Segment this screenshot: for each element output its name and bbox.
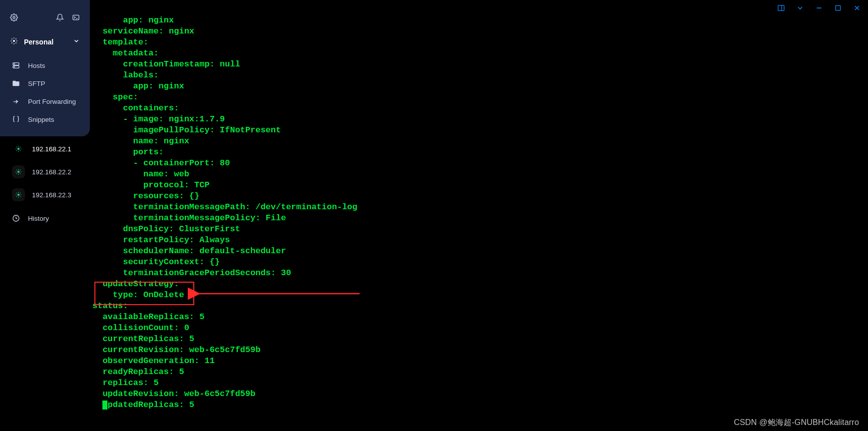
svg-point-2 <box>13 40 15 42</box>
workspace-dropdown[interactable]: Personal <box>0 35 90 54</box>
watermark: CSDN @鲍海超-GNUBHCkalitarro <box>734 418 859 428</box>
terminal-line: restartPolicy: Always <box>92 235 862 246</box>
sidebar-nav: Hosts SFTP Port Forwarding Snippets <box>0 54 90 130</box>
svg-rect-44 <box>778 5 784 11</box>
terminal-line: spec: <box>92 92 862 103</box>
terminal-line: schedulerName: default-scheduler <box>92 246 862 257</box>
sidebar: Personal Hosts SFTP <box>0 0 90 431</box>
minimize-icon[interactable] <box>815 4 823 12</box>
terminal-line: name: nginx <box>92 136 862 147</box>
terminal-line: app: nginx <box>92 15 862 26</box>
terminal-box-icon[interactable] <box>72 13 80 21</box>
terminal-line: observedGeneration: 11 <box>92 356 862 367</box>
split-panel-icon[interactable] <box>777 4 785 12</box>
gear-icon[interactable] <box>10 13 18 21</box>
svg-point-13 <box>14 63 14 64</box>
history-icon <box>12 214 20 222</box>
terminal-line: imagePullPolicy: IfNotPresent <box>92 125 862 136</box>
terminal-line: protocol: TCP <box>92 180 862 191</box>
folder-icon <box>12 79 20 87</box>
svg-line-23 <box>20 147 20 147</box>
svg-line-30 <box>20 173 20 174</box>
svg-point-0 <box>13 16 15 18</box>
workspace-label: Personal <box>24 38 53 46</box>
terminal-line: - containerPort: 80 <box>92 158 862 169</box>
braces-icon <box>12 115 20 123</box>
host-label: 192.168.22.1 <box>32 145 71 153</box>
svg-point-15 <box>17 148 20 150</box>
sidebar-item-label: Snippets <box>28 116 54 123</box>
bell-icon[interactable] <box>56 13 64 21</box>
terminal-line: readyReplicas: 5 <box>92 367 862 378</box>
window-controls <box>777 4 861 12</box>
svg-line-8 <box>15 42 16 43</box>
sidebar-item-port-forwarding[interactable]: Port Forwarding <box>0 92 90 110</box>
terminal-line: name: web <box>92 169 862 180</box>
terminal-line: terminationMessagePath: /dev/termination… <box>92 202 862 213</box>
sidebar-item-snippets[interactable]: Snippets <box>0 110 90 128</box>
svg-line-7 <box>11 38 12 39</box>
svg-line-32 <box>20 170 20 170</box>
terminal-line: template: <box>92 37 862 48</box>
svg-point-33 <box>17 194 20 196</box>
host-item[interactable]: 192.168.22.2 <box>3 161 87 182</box>
sidebar-section: Personal Hosts SFTP <box>0 35 90 136</box>
sidebar-item-history[interactable]: History <box>0 209 90 227</box>
terminal-line: serviceName: nginx <box>92 26 862 37</box>
maximize-icon[interactable] <box>834 4 842 12</box>
terminal-line: currentReplicas: 5 <box>92 334 862 345</box>
terminal-line: currentRevision: web-6c5c7fd59b <box>92 345 862 356</box>
host-item[interactable]: 192.168.22.3 <box>3 184 87 205</box>
terminal-output[interactable]: app: nginx serviceName: nginx template: … <box>92 0 862 417</box>
sidebar-item-label: History <box>28 215 49 222</box>
sidebar-topbar <box>0 0 90 35</box>
svg-line-38 <box>16 193 17 193</box>
terminal-line: availableReplicas: 5 <box>92 312 862 323</box>
terminal-line: status: <box>92 301 862 312</box>
svg-point-24 <box>17 171 20 173</box>
svg-line-41 <box>20 193 20 193</box>
host-status-icon <box>12 142 25 155</box>
sidebar-item-label: SFTP <box>28 80 45 87</box>
terminal-line: app: nginx <box>92 81 862 92</box>
sidebar-item-label: Hosts <box>28 62 45 69</box>
svg-line-22 <box>16 150 17 151</box>
terminal-line: updateStrategy: <box>92 279 862 290</box>
server-icon <box>12 61 20 69</box>
terminal-line: updatedReplicas: 5 <box>92 400 862 411</box>
svg-rect-1 <box>73 15 79 19</box>
terminal-line: securityContext: {} <box>92 257 862 268</box>
terminal-line: terminationGracePeriodSeconds: 30 <box>92 268 862 279</box>
terminal-line: resources: {} <box>92 191 862 202</box>
svg-line-10 <box>15 38 16 39</box>
chevron-down-icon[interactable] <box>796 4 804 12</box>
terminal-line: replicas: 5 <box>92 378 862 389</box>
terminal-line: dnsPolicy: ClusterFirst <box>92 224 862 235</box>
forward-icon <box>12 97 20 105</box>
terminal-line: containers: <box>92 103 862 114</box>
close-icon[interactable] <box>853 4 861 12</box>
terminal-line: - image: nginx:1.7.9 <box>92 114 862 125</box>
terminal-line: updateRevision: web-6c5c7fd59b <box>92 389 862 400</box>
svg-rect-47 <box>836 5 840 10</box>
svg-line-39 <box>20 196 20 197</box>
host-status-icon <box>12 188 25 201</box>
terminal-line: terminationMessagePolicy: File <box>92 213 862 224</box>
svg-line-20 <box>16 147 17 147</box>
svg-line-9 <box>11 42 12 43</box>
svg-line-40 <box>16 196 17 197</box>
sidebar-item-hosts[interactable]: Hosts <box>0 56 90 74</box>
terminal-line: type: OnDelete <box>92 290 862 301</box>
terminal-line: creationTimestamp: null <box>92 59 862 70</box>
chevron-down-icon <box>73 37 80 46</box>
host-status-icon <box>12 165 25 178</box>
host-item[interactable]: 192.168.22.1 <box>3 138 87 159</box>
terminal-cursor <box>102 401 107 410</box>
terminal-line: collisionCount: 0 <box>92 323 862 334</box>
host-list: 192.168.22.1 192.168.22.2 192.168.22.3 H… <box>0 138 90 227</box>
terminal-line: ports: <box>92 147 862 158</box>
workspace-icon <box>10 37 18 46</box>
terminal-line: labels: <box>92 70 862 81</box>
sidebar-item-sftp[interactable]: SFTP <box>0 74 90 92</box>
svg-line-21 <box>20 150 20 151</box>
